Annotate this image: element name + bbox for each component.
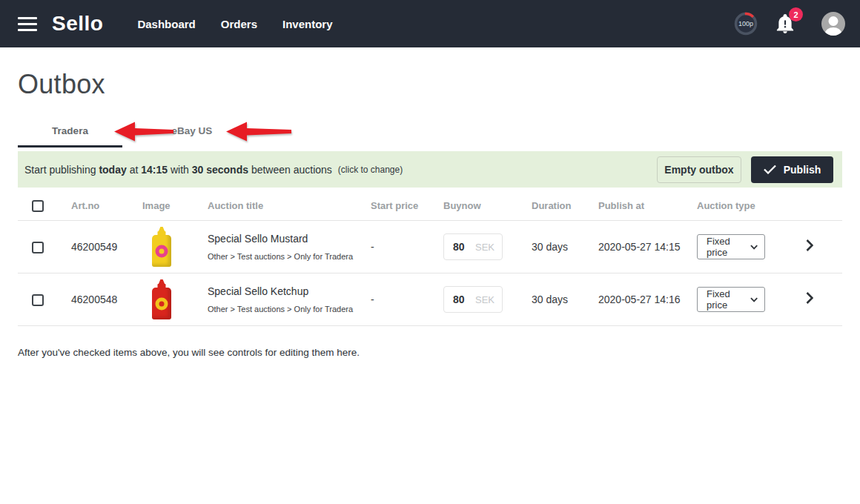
header-publish-at: Publish at	[598, 200, 697, 211]
empty-outbox-button[interactable]: Empty outbox	[657, 156, 741, 183]
publish-day: today	[99, 164, 126, 176]
publish-button[interactable]: Publish	[751, 156, 833, 183]
points-gauge-icon[interactable]: 100p	[732, 10, 759, 37]
main-nav: Dashboard Orders Inventory	[137, 18, 332, 30]
check-icon	[764, 165, 776, 174]
publish-at-value: 2020-05-27 14:16	[598, 294, 697, 305]
header-artno: Art.no	[71, 200, 142, 211]
hamburger-menu-icon[interactable]	[18, 17, 37, 31]
gauge-label: 100p	[738, 20, 753, 27]
auction-title: Special Sello Ketchup	[208, 285, 371, 297]
header-image: Image	[142, 200, 208, 211]
publish-time: 14:15	[141, 164, 168, 176]
header-auction-title: Auction title	[208, 200, 371, 211]
channel-tabs: Tradera eBay US	[18, 116, 842, 147]
auction-title: Special Sello Mustard	[208, 233, 371, 245]
red-arrow-annotation-ebay	[226, 121, 291, 142]
notification-badge: 2	[789, 7, 803, 21]
chevron-down-icon	[750, 245, 758, 250]
auction-category: Other > Test auctions > Only for Tradera	[208, 252, 371, 261]
auction-type-select[interactable]: Fixed price	[697, 287, 765, 312]
app-logo[interactable]: Sello	[52, 12, 103, 36]
selection-hint-text: After you've checked items above, you wi…	[18, 347, 842, 358]
auction-category: Other > Test auctions > Only for Tradera	[208, 305, 371, 314]
start-price-value: -	[371, 294, 443, 305]
header-duration: Duration	[532, 200, 598, 211]
chevron-down-icon	[750, 297, 758, 302]
publish-schedule-bar: Start publishing today at 14:15 with 30 …	[18, 151, 842, 188]
auction-type-select[interactable]: Fixed price	[697, 234, 765, 259]
row-checkbox[interactable]	[32, 242, 44, 253]
artno-value: 46200548	[71, 294, 142, 305]
nav-item-inventory[interactable]: Inventory	[282, 18, 333, 30]
table-row: 46200548 Special Sello Ketchup Other > T…	[18, 273, 842, 326]
publish-interval: 30 seconds	[192, 164, 248, 176]
top-navbar: Sello Dashboard Orders Inventory 100p 2	[0, 0, 860, 47]
row-checkbox[interactable]	[32, 294, 44, 306]
outbox-page: Outbox Tradera eBay US Start publishing …	[0, 69, 860, 358]
artno-value: 46200549	[71, 241, 142, 253]
header-auction-type: Auction type	[697, 200, 790, 211]
click-to-change-hint[interactable]: (click to change)	[338, 165, 403, 175]
navbar-right-cluster: 100p 2	[732, 10, 845, 37]
tab-tradera[interactable]: Tradera	[18, 116, 122, 147]
currency-label: SEK	[475, 242, 502, 253]
nav-item-orders[interactable]: Orders	[221, 18, 257, 30]
select-all-checkbox[interactable]	[32, 200, 44, 212]
buynow-input[interactable]	[444, 241, 472, 253]
avatar-person-icon	[829, 16, 838, 26]
duration-value: 30 days	[532, 241, 598, 253]
header-buynow: Buynow	[443, 200, 532, 211]
table-row: 46200549 Special Sello Mustard Other > T…	[18, 221, 842, 273]
product-image-mustard-bottle	[152, 227, 171, 267]
row-expand-chevron-icon[interactable]	[806, 239, 813, 251]
buynow-input[interactable]	[444, 294, 472, 305]
red-arrow-annotation-tradera	[114, 121, 173, 142]
product-image-ketchup-bottle	[152, 279, 171, 319]
publish-at-value: 2020-05-27 14:15	[598, 241, 697, 253]
row-expand-chevron-icon[interactable]	[806, 292, 813, 304]
notifications-button[interactable]: 2	[775, 13, 795, 34]
publish-schedule-text[interactable]: Start publishing today at 14:15 with 30 …	[24, 164, 332, 176]
header-start-price: Start price	[371, 200, 443, 211]
nav-item-dashboard[interactable]: Dashboard	[137, 18, 195, 30]
user-avatar[interactable]	[821, 12, 845, 36]
page-title: Outbox	[18, 69, 842, 100]
start-price-value: -	[371, 241, 443, 253]
duration-value: 30 days	[532, 294, 598, 305]
outbox-table-header: Art.no Image Auction title Start price B…	[18, 190, 842, 221]
buynow-input-group: SEK	[443, 286, 503, 313]
buynow-input-group: SEK	[443, 233, 503, 260]
currency-label: SEK	[475, 294, 502, 305]
